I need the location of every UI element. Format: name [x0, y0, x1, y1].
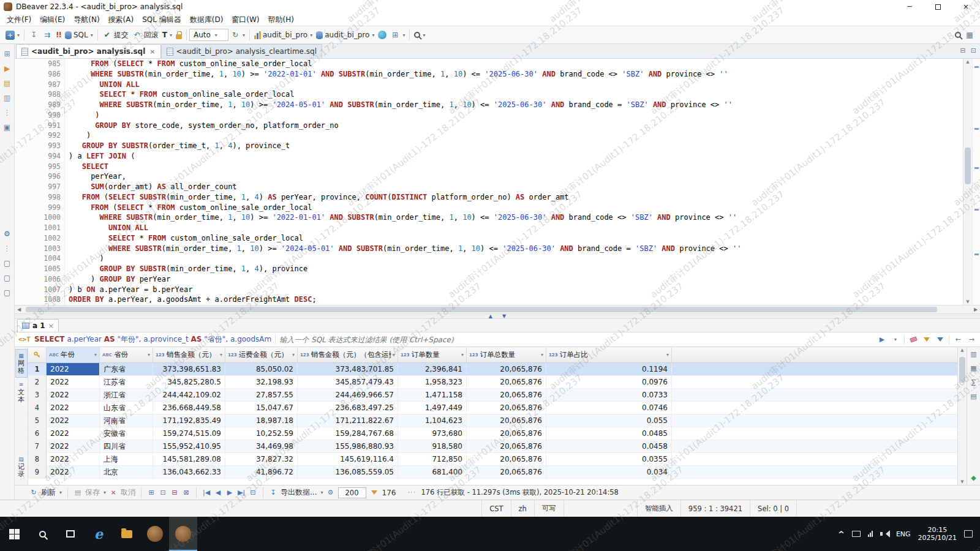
search-button[interactable]: ▾ — [412, 28, 427, 42]
last-page-button[interactable]: ▶| — [237, 488, 246, 498]
minimize-editor-icon[interactable]: ⊟ — [960, 47, 966, 54]
code-line[interactable]: SELECT * FROM custom_online_sale_order_l… — [69, 89, 963, 100]
grid-cell[interactable]: 136,043,662.33 — [153, 466, 225, 478]
code-line[interactable]: WHERE SUBSTR(min_order_time, 1, 10) >= '… — [69, 100, 963, 110]
lock-button[interactable] — [174, 28, 184, 42]
row-number[interactable]: 3 — [28, 389, 47, 401]
add-row-button[interactable]: ⊞ — [147, 488, 156, 498]
grid-cell[interactable]: 918,580 — [398, 440, 467, 452]
layout-button[interactable]: ⊞▾ — [388, 28, 407, 42]
settings-gear-icon[interactable]: ⚙ — [1, 227, 14, 241]
minimize-button[interactable]: ─ — [895, 0, 924, 13]
row-number[interactable]: 7 — [28, 440, 47, 452]
code-line[interactable]: WHERE SUBSTR(min_order_time, 1, 10) >= '… — [69, 244, 963, 254]
scrollbar-thumb[interactable] — [959, 357, 965, 383]
code-line[interactable]: WHERE SUBSTR(min_order_time, 1, 10) >= '… — [69, 212, 963, 223]
grid-cell[interactable]: 0.1194 — [546, 363, 672, 375]
taskbar-clock[interactable]: 20:15 2025/10/21 — [918, 526, 957, 542]
aggregate-panel-icon[interactable]: ∑ — [971, 378, 976, 386]
clear-filter-icon[interactable] — [908, 335, 918, 345]
grid-cell[interactable]: 34,469.98 — [225, 440, 298, 452]
maximize-editor-icon[interactable]: ⊡ — [971, 47, 976, 54]
grid-cell[interactable]: 河南省 — [100, 414, 153, 427]
grid-cell[interactable]: 0.0976 — [546, 376, 672, 388]
grid-cell[interactable]: 2022 — [47, 466, 100, 478]
results-tab[interactable]: a 1 × — [17, 319, 59, 332]
code-line[interactable]: ) b ON a.perYear = b.perYear — [69, 285, 963, 295]
grid-cell[interactable]: 20,065,876 — [467, 466, 546, 478]
code-line[interactable]: ) — [69, 253, 963, 264]
grid-cell[interactable]: 浙江省 — [100, 389, 153, 401]
commit-mode-combo[interactable]: Auto▾ — [189, 29, 228, 41]
column-header-1[interactable]: ABC省份▾ — [100, 347, 153, 362]
grid-vertical-scrollbar[interactable]: ▲ ▼ — [957, 347, 967, 485]
grid-cell[interactable]: 159,274,515.09 — [153, 427, 225, 440]
grid-cell[interactable]: 1,104,623 — [398, 414, 467, 427]
menu-item-1[interactable]: 编辑(E) — [36, 14, 69, 26]
scroll-up-icon[interactable]: ▲ — [958, 348, 967, 353]
chevron-down-icon[interactable]: ▾ — [541, 352, 543, 358]
tray-display-icon[interactable] — [852, 531, 861, 537]
grid-cell[interactable]: 四川省 — [100, 440, 153, 452]
column-header-7[interactable]: 123订单占比▾ — [546, 347, 672, 362]
splitter-down-icon[interactable]: ▼ — [502, 313, 506, 319]
grid-cell[interactable]: 20,065,876 — [467, 440, 546, 452]
grid-cell[interactable]: 1,958,323 — [398, 376, 467, 388]
export-data-button[interactable]: 导出数据... — [281, 487, 317, 498]
code-line[interactable]: ) GROUP BY perYear — [69, 274, 963, 285]
start-button[interactable] — [0, 517, 28, 551]
script-doc-icon[interactable]: ▢ — [1, 285, 14, 300]
refresh-mode-button[interactable]: ↻▾ — [228, 28, 247, 42]
more-items-icon[interactable]: ⋮ — [1, 241, 14, 256]
grid-cell[interactable]: 373,398,651.83 — [153, 363, 225, 375]
grid-panel-icon[interactable]: ▦ — [970, 364, 976, 372]
action-center-icon[interactable] — [964, 530, 973, 538]
metadata-panel-icon[interactable]: ▤ — [970, 392, 976, 400]
menu-item-7[interactable]: 帮助(H) — [264, 14, 298, 26]
grid-cell[interactable]: 2022 — [47, 453, 100, 465]
grid-cell[interactable]: 244,469,966.57 — [298, 389, 398, 401]
script-doc-icon[interactable]: ▢ — [1, 256, 14, 271]
grid-cell[interactable]: 159,284,767.68 — [298, 427, 398, 440]
code-line[interactable]: GROUP BY store_code, system_order_no, pl… — [69, 121, 963, 131]
code-line[interactable]: ) — [69, 130, 963, 141]
apply-filter-icon[interactable]: ▶ — [877, 335, 887, 345]
code-line[interactable]: FROM (SELECT * FROM custom_online_sale_o… — [69, 203, 963, 213]
grid-cell[interactable]: 85,050.02 — [225, 363, 298, 375]
menu-item-6[interactable]: 窗口(W) — [227, 14, 263, 26]
prev-page-button[interactable]: ◀ — [214, 488, 222, 498]
code-line[interactable]: SELECT — [69, 162, 963, 172]
grid-cell[interactable]: 236,668,449.58 — [153, 402, 225, 414]
chevron-down-icon[interactable]: ▾ — [891, 335, 900, 345]
editor-tab-analysis-cleartime[interactable]: <audit_bi_pro> analysis_cleartime.sql — [161, 44, 322, 58]
transaction-mode-button[interactable]: T▾ — [160, 28, 174, 42]
chevron-down-icon[interactable]: ▾ — [292, 352, 295, 358]
scroll-down-icon[interactable]: ▼ — [963, 299, 972, 304]
editor-horizontal-scrollbar[interactable]: ◀ ▶ — [15, 305, 980, 313]
sync-connection-button[interactable]: ↧ — [27, 28, 40, 42]
record-mode-toggle[interactable]: ▤记录 — [15, 452, 28, 481]
chevron-down-icon[interactable]: ▾ — [104, 490, 106, 495]
perspective-button[interactable]: ▦ — [963, 28, 976, 42]
file-explorer-button[interactable] — [113, 517, 141, 551]
grid-cell[interactable]: 北京 — [100, 466, 153, 478]
grid-cell[interactable]: 20,065,876 — [467, 389, 546, 401]
history-back-icon[interactable]: ← — [953, 335, 963, 345]
grid-cell[interactable]: 171,211,822.67 — [298, 414, 398, 427]
filter-funnel-icon[interactable] — [935, 335, 945, 345]
code-line[interactable]: WHERE SUBSTR(min_order_time, 1, 10) >= '… — [69, 69, 963, 80]
code-line[interactable]: UNION ALL — [69, 223, 963, 233]
quick-search-button[interactable] — [953, 28, 963, 42]
grid-cell[interactable]: 345,825,280.5 — [153, 376, 225, 388]
cancel-button[interactable]: 取消 — [121, 487, 135, 498]
row-number[interactable]: 6 — [28, 427, 47, 440]
grid-cell[interactable]: 373,483,701.85 — [298, 363, 398, 375]
duplicate-row-button[interactable]: ⊡ — [159, 488, 167, 498]
code-line[interactable]: SUM(order_amt) AS all_order_count — [69, 182, 963, 192]
grid-cell[interactable]: 236,683,497.25 — [298, 402, 398, 414]
grid-cell[interactable]: 15,047.67 — [225, 402, 298, 414]
grid-cell[interactable]: 171,192,835.49 — [153, 414, 225, 427]
editor-vertical-scrollbar[interactable]: ▲ ▼ — [963, 59, 972, 305]
code-line[interactable]: ) a LEFT JOIN ( — [69, 151, 963, 162]
task-view-button[interactable] — [56, 517, 85, 551]
